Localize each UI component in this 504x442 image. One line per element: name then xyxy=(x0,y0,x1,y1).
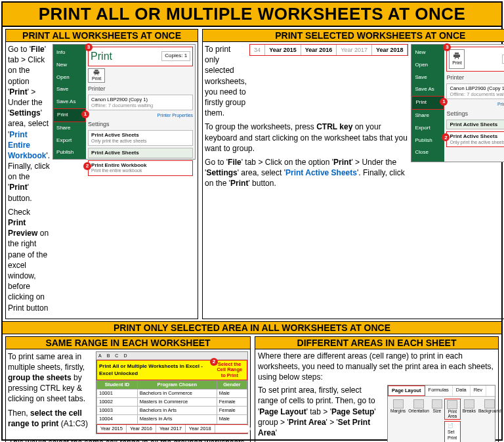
section-same-range: SAME RANGE IN EACH WORKSHEET To print sa… xyxy=(5,336,251,442)
print-button-icon[interactable]: Print xyxy=(88,68,105,83)
menu-print[interactable]: Print1 xyxy=(53,108,86,122)
ribbon-mock: Page Layout Formulas Data Rev Margins Or… xyxy=(387,385,495,442)
row-top: PRINT ALL WORKSHEETS AT ONCE Go to 'File… xyxy=(3,27,501,319)
mock-filemenu-1: Info New Open Save Save As Print1 Share … xyxy=(52,44,196,160)
table-row: 10003Bachelors in ArtsFemale xyxy=(97,407,247,415)
callout-select-range: Select the Cell Range to Print xyxy=(215,362,245,378)
section-print-selected: PRINT SELECTED WORKSHEETS AT ONCE To pri… xyxy=(202,29,504,319)
section-print-all: PRINT ALL WORKSHEETS AT ONCE Go to 'File… xyxy=(5,29,198,319)
print-header-2[interactable]: 3 Print Copies: 1 xyxy=(446,47,504,72)
table-row: 10004Masters in ArtsMale xyxy=(97,415,247,424)
sec2-text: To print only selected worksheets, you n… xyxy=(205,44,408,192)
ribbon-btn-margins[interactable]: Margins xyxy=(390,399,406,414)
page: PRINT ALL OR MULTIPLE WORKSHEETS AT ONCE… xyxy=(1,1,503,441)
menu-print-2[interactable]: Print1 xyxy=(411,96,444,110)
mock-filemenu-2: New Open Save Save As Print1 Share Expor… xyxy=(411,44,504,162)
sec1-title: PRINT ALL WORKSHEETS AT ONCE xyxy=(6,30,198,42)
print-header[interactable]: 3 Print Copies: 1 xyxy=(88,47,193,66)
data-table: Student IDProgram ChosenGender 10001Bach… xyxy=(96,380,247,424)
table-mock: ABCD Print All or Multiple Worksheets in… xyxy=(96,351,248,434)
printer-icon xyxy=(92,69,101,76)
copies-field[interactable]: Copies: 1 xyxy=(161,51,190,61)
ribbon-tab-pagelayout[interactable]: Page Layout xyxy=(388,386,425,396)
sec3-text-left: To print same area in multiple sheets, f… xyxy=(8,351,93,434)
printer-select[interactable]: Canon LBP2900 (Copy 1) Offline: 7 docume… xyxy=(88,95,193,110)
sec4-text: Where there are different areas (cell ra… xyxy=(255,349,498,442)
opt-active[interactable]: Print Active Sheets Only print the activ… xyxy=(88,130,193,146)
sec3-text-below: This would select the same cell range in… xyxy=(6,436,250,442)
sec2-title: PRINT SELECTED WORKSHEETS AT ONCE xyxy=(203,30,504,42)
sec1-text: Go to 'File' tab > Click on the option '… xyxy=(8,44,50,317)
opt-entire-workbook[interactable]: 2 Print Entire Workbook Print the entire… xyxy=(88,160,193,176)
main-title: PRINT ALL OR MULTIPLE WORKSHEETS AT ONCE xyxy=(3,3,501,27)
print-icon-2: Print xyxy=(449,49,465,69)
mid-band: PRINT ONLY SELECTED AREA IN ALL WORKSHEE… xyxy=(3,321,501,334)
section-diff-areas: DIFFERENT AREAS IN EACH SHEET Where ther… xyxy=(255,336,499,442)
table-row: 10002Masters in CommerceFemale xyxy=(97,398,247,407)
ribbon-btn-printarea[interactable]: Print Area xyxy=(444,399,461,420)
sheet-tabs-mock: 34 Year 2015 Year 2016 Year 2017 Year 20… xyxy=(249,44,408,56)
table-row: 10001Bachelors in CommerceMale xyxy=(97,389,247,398)
opt-active-sheets[interactable]: 2 Print Active Sheets Only print the act… xyxy=(446,131,504,147)
printer-properties-link[interactable]: Printer Properties xyxy=(88,112,193,118)
row-bottom: SAME RANGE IN EACH WORKSHEET To print sa… xyxy=(3,334,501,442)
table-sheet-tabs: Year 2015Year 2016Year 2017Year 2018 1 xyxy=(96,424,247,433)
dropdown-set-print-area[interactable]: 📄 Set Print Area xyxy=(444,421,461,442)
